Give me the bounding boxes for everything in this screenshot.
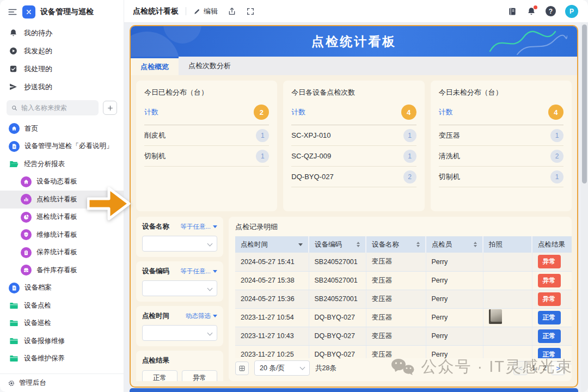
status-badge[interactable]: 正常	[538, 311, 561, 324]
filter-operator[interactable]: 等于任意...	[180, 267, 217, 275]
table-view-toggle-button[interactable]	[235, 362, 249, 375]
sort-icon[interactable]	[474, 242, 477, 247]
sidebar-item-my-todo[interactable]: 我的待办	[0, 24, 124, 42]
sort-icon[interactable]	[416, 242, 420, 247]
clipboard-icon	[21, 247, 32, 258]
sidebar-item-repair-stats-board[interactable]: 维修统计看板	[0, 226, 124, 244]
edit-button[interactable]: 编辑	[193, 7, 218, 16]
user-avatar[interactable]: P	[565, 5, 578, 18]
pencil-icon	[193, 8, 201, 15]
count-label[interactable]: 计数	[144, 107, 158, 117]
scrollbar-thumb[interactable]	[582, 24, 587, 183]
cell-inspector-link[interactable]: Perry	[426, 271, 483, 290]
sidebar-item-device-archive[interactable]: 设备档案	[0, 279, 124, 297]
count-label[interactable]: 计数	[439, 107, 453, 117]
count-badge: 2	[254, 105, 269, 120]
search-input[interactable]	[21, 104, 94, 112]
device-code-select[interactable]	[142, 280, 217, 296]
cell-inspector-link[interactable]: Perry	[426, 327, 483, 345]
sidebar-item-home[interactable]: 首页	[0, 120, 124, 138]
inspection-time-select[interactable]	[142, 325, 217, 341]
filter-column: 设备名称 等于任意... 设备编码 等于任意...	[136, 217, 223, 381]
sidebar-item-device-patrol[interactable]: 设备巡检	[0, 315, 124, 333]
stat-row-label: 变压器	[439, 131, 460, 140]
stat-card-device-check-counts: 今日各设备点检次数 计数 4 SC-XPJ-010 1 SC-QZJ-009 1	[283, 81, 424, 211]
topbar-right: ? P	[507, 5, 578, 18]
col-header-name[interactable]: 设备名称	[366, 236, 426, 253]
sidebar-item-device-inspection[interactable]: 设备点检	[0, 297, 124, 315]
sort-icon[interactable]	[357, 242, 360, 247]
tab-inspection-count-analysis[interactable]: 点检次数分析	[179, 57, 241, 75]
plus-icon	[107, 105, 114, 112]
filter-label: 设备名称	[142, 222, 169, 231]
cell-inspector-link[interactable]: Perry	[426, 253, 483, 271]
add-button[interactable]	[103, 101, 117, 115]
col-header-inspector[interactable]: 点检员	[426, 236, 483, 253]
sidebar-item-maintenance-stats-board[interactable]: 保养统计看板	[0, 244, 124, 262]
page-nav: < 1 / 2 >	[513, 361, 565, 375]
filter-operator[interactable]: 动态筛选	[186, 312, 217, 320]
cell-inspector-link[interactable]: Perry	[426, 290, 483, 308]
page-size-select[interactable]: 20 条/页	[254, 360, 310, 376]
stat-row: SC-QZJ-009 1	[291, 146, 416, 167]
sort-desc-icon[interactable]	[298, 243, 303, 246]
notifications-bell-icon[interactable]	[526, 7, 536, 16]
cell-code: SB240527001	[309, 290, 366, 308]
play-circle-icon	[9, 46, 18, 56]
col-header-code[interactable]: 设备编码	[309, 236, 366, 253]
scrollbar-track[interactable]	[581, 23, 588, 392]
status-badge[interactable]: 异常	[538, 292, 561, 306]
sidebar-item-analysis-reports[interactable]: 经营分析报表	[0, 155, 124, 173]
hamburger-menu-icon[interactable]	[8, 7, 17, 17]
status-badge[interactable]: 异常	[538, 255, 561, 268]
sidebar-item-label: 设备报修维修	[24, 336, 65, 346]
stat-row: SC-XPJ-010 1	[291, 125, 416, 146]
cell-time: 2024-05-27 15:38	[235, 271, 309, 290]
sidebar-item-readme[interactable]: 设备管理与巡检「必看说明」	[0, 138, 124, 156]
col-header-result[interactable]: 点检结果	[532, 236, 572, 253]
sidebar-item-label: 我处理的	[24, 64, 52, 74]
col-header-photo[interactable]: 拍照	[483, 236, 532, 253]
photo-thumbnail[interactable]	[489, 309, 502, 324]
cell-time: 2024-05-27 15:41	[235, 253, 309, 271]
tab-inspection-overview[interactable]: 点检概览	[131, 57, 179, 75]
sidebar-item-my-handled[interactable]: 我处理的	[0, 60, 124, 78]
col-header-time[interactable]: 点检时间	[235, 236, 309, 253]
sidebar-item-cc-to-me[interactable]: 抄送我的	[0, 78, 124, 96]
filter-operator[interactable]: 等于任意...	[180, 223, 217, 231]
sidebar-item-label: 设备维护保养	[24, 354, 65, 363]
dashboard-banner: 点检统计看板	[131, 26, 577, 57]
sidebar-item-label: 设备巡检	[24, 318, 51, 328]
sidebar-item-device-repair[interactable]: 设备报修维修	[0, 332, 124, 350]
sidebar-item-device-maintenance[interactable]: 设备维护保养	[0, 350, 124, 368]
prev-page-button[interactable]: <	[513, 361, 528, 375]
total-count-label: 共28条	[315, 364, 336, 373]
cell-inspector-link[interactable]: Perry	[426, 308, 483, 327]
status-badge[interactable]: 异常	[538, 274, 561, 287]
inspection-records-table: 点检时间 设备编码 设备名称 点检员 拍照 点检结果 2	[235, 236, 572, 364]
caret-down-icon	[213, 270, 217, 273]
folder-open-icon	[9, 159, 19, 169]
cell-result: 正常	[532, 327, 572, 345]
journal-icon[interactable]	[507, 7, 517, 16]
device-name-select[interactable]	[142, 236, 217, 252]
shield-check-icon	[21, 229, 32, 240]
fullscreen-icon[interactable]	[246, 7, 255, 16]
stat-row-value: 1	[550, 129, 564, 142]
cell-photo	[483, 308, 532, 327]
share-export-icon[interactable]	[228, 7, 236, 16]
sidebar-item-my-initiated[interactable]: 我发起的	[0, 42, 124, 60]
status-badge[interactable]: 正常	[538, 329, 561, 343]
admin-backend-button[interactable]: 管理后台	[0, 373, 124, 392]
sidebar-item-spare-parts-board[interactable]: 备件库存看板	[0, 261, 124, 279]
help-icon[interactable]: ?	[546, 6, 556, 16]
search-box[interactable]	[7, 100, 99, 115]
cell-code: DQ-BYQ-027	[309, 308, 366, 327]
topbar: 点检统计看板 编辑 ? P	[124, 0, 588, 23]
result-filter-normal-button[interactable]: 正常	[142, 370, 177, 381]
filter-inspection-result: 点检结果 正常 异常	[136, 351, 223, 381]
count-label[interactable]: 计数	[291, 107, 305, 117]
result-filter-abnormal-button[interactable]: 异常	[182, 370, 217, 381]
table-row: 2023-11-27 10:54 DQ-BYQ-027 变压器 Perry 正常	[235, 308, 572, 327]
next-page-button[interactable]: >	[551, 361, 565, 375]
